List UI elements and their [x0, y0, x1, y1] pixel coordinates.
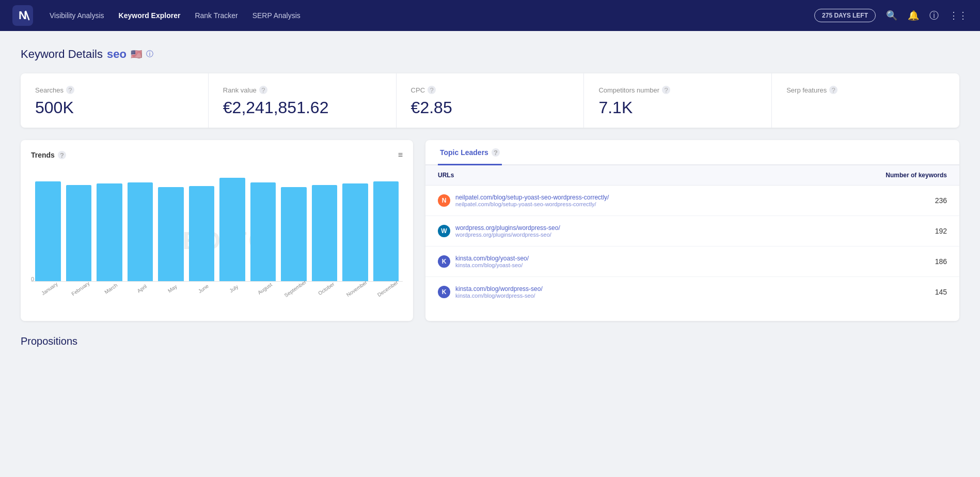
favicon-3: K — [438, 286, 450, 298]
days-left-badge[interactable]: 275 DAYS LEFT — [814, 9, 876, 22]
keyword-count-2: 186 — [796, 247, 959, 277]
stat-serp-features-label: Serp features ? — [786, 86, 945, 94]
url-cell-1: Wwordpress.org/plugins/wordpress-seo/wor… — [425, 216, 796, 247]
help-icon[interactable]: ⓘ — [929, 9, 939, 22]
rank-value-info-icon[interactable]: ? — [259, 86, 267, 94]
stat-competitors: Competitors number ? 7.1K — [584, 73, 772, 128]
stat-serp-features: Serp features ? — [772, 73, 959, 128]
serp-features-info-icon[interactable]: ? — [829, 86, 837, 94]
keyword-count-1: 192 — [796, 216, 959, 247]
chart-labels: JanuaryFebruaryMarchAprilMayJuneJulyAugu… — [31, 282, 403, 292]
chart-area: SEO/TO 0 JanuaryFebruaryMarchAprilMayJun… — [31, 168, 403, 313]
navbar: N Visibility Analysis Keyword Explorer R… — [0, 0, 980, 31]
stat-competitors-value: 7.1K — [598, 98, 757, 117]
bar-col-april — [128, 168, 153, 281]
table-row: Kkinsta.com/blog/wordpress-seo/kinsta.co… — [425, 277, 959, 307]
bar-col-july — [219, 168, 245, 281]
stat-cpc-label: CPC ? — [411, 86, 570, 94]
bar-december — [373, 181, 399, 281]
url-main-3[interactable]: kinsta.com/blog/wordpress-seo/ — [455, 285, 543, 293]
topic-tabs: Topic Leaders ? — [425, 140, 959, 165]
keyword-text: seo — [107, 48, 127, 61]
url-cell-3: Kkinsta.com/blog/wordpress-seo/kinsta.co… — [425, 277, 796, 307]
url-sub-2: kinsta.com/blog/yoast-seo/ — [455, 262, 529, 268]
bar-january — [35, 181, 61, 281]
svg-text:N: N — [19, 9, 27, 22]
nav-rank-tracker[interactable]: Rank Tracker — [195, 11, 238, 20]
url-cell-0: Nneilpatel.com/blog/setup-yoast-seo-word… — [425, 186, 796, 216]
table-row: Kkinsta.com/blog/yoast-seo/kinsta.com/bl… — [425, 247, 959, 277]
nav-visibility-analysis[interactable]: Visibility Analysis — [50, 11, 104, 20]
stat-cpc-value: €2.85 — [411, 98, 570, 117]
bar-august — [250, 182, 276, 281]
stat-searches-value: 500K — [35, 98, 194, 117]
country-flag: 🇺🇸 — [131, 49, 142, 60]
bar-march — [97, 183, 122, 281]
propositions-title: Propositions — [21, 335, 959, 347]
url-sub-1: wordpress.org/plugins/wordpress-seo/ — [455, 232, 560, 238]
tab-topic-leaders[interactable]: Topic Leaders ? — [438, 140, 502, 165]
search-icon[interactable]: 🔍 — [886, 10, 897, 21]
bar-september — [281, 187, 307, 281]
stat-rank-value-value: €2,241,851.62 — [223, 98, 382, 117]
url-main-1[interactable]: wordpress.org/plugins/wordpress-seo/ — [455, 224, 560, 232]
url-sub-3: kinsta.com/blog/wordpress-seo/ — [455, 293, 543, 299]
page-info-icon[interactable]: ⓘ — [146, 50, 153, 59]
stat-rank-value: Rank value ? €2,241,851.62 — [209, 73, 397, 128]
main-content: Keyword Details seo 🇺🇸 ⓘ Searches ? 500K… — [0, 31, 980, 368]
two-col-layout: Trends ? ≡ SEO/TO 0 JanuaryFebruaryMarch… — [21, 140, 959, 321]
bar-july — [219, 178, 245, 281]
stat-cpc: CPC ? €2.85 — [397, 73, 584, 128]
stat-rank-value-label: Rank value ? — [223, 86, 382, 94]
table-row: Nneilpatel.com/blog/setup-yoast-seo-word… — [425, 186, 959, 216]
searches-info-icon[interactable]: ? — [66, 86, 74, 94]
bar-col-september — [281, 168, 307, 281]
topic-leaders-card: Topic Leaders ? URLs Number of keywords … — [425, 140, 959, 321]
logo[interactable]: N — [12, 5, 33, 26]
bar-february — [66, 185, 92, 281]
title-prefix: Keyword Details — [21, 48, 103, 61]
grid-icon[interactable]: ⋮⋮ — [949, 10, 968, 21]
favicon-0: N — [438, 194, 450, 207]
stat-searches: Searches ? 500K — [21, 73, 209, 128]
bar-june — [189, 186, 215, 281]
col-keywords: Number of keywords — [796, 165, 959, 186]
stat-searches-label: Searches ? — [35, 86, 194, 94]
chart-bars — [31, 168, 403, 282]
topic-table-body: Nneilpatel.com/blog/setup-yoast-seo-word… — [425, 186, 959, 307]
trends-card: Trends ? ≡ SEO/TO 0 JanuaryFebruaryMarch… — [21, 140, 413, 321]
bell-icon[interactable]: 🔔 — [908, 10, 919, 21]
trends-title: Trends ? — [31, 151, 66, 159]
stats-row: Searches ? 500K Rank value ? €2,241,851.… — [21, 73, 959, 128]
bar-col-february — [66, 168, 92, 281]
bar-col-november — [342, 168, 368, 281]
cpc-info-icon[interactable]: ? — [428, 86, 436, 94]
chart-menu-icon[interactable]: ≡ — [398, 150, 403, 160]
bar-col-may — [158, 168, 184, 281]
navbar-right: 275 DAYS LEFT 🔍 🔔 ⓘ ⋮⋮ — [814, 9, 968, 22]
url-main-2[interactable]: kinsta.com/blog/yoast-seo/ — [455, 255, 529, 262]
nav-serp-analysis[interactable]: SERP Analysis — [252, 11, 301, 20]
trends-info-icon[interactable]: ? — [58, 151, 66, 159]
topic-leaders-table: URLs Number of keywords Nneilpatel.com/b… — [425, 165, 959, 307]
bar-may — [158, 187, 184, 281]
url-main-0[interactable]: neilpatel.com/blog/setup-yoast-seo-wordp… — [455, 194, 609, 201]
topic-leaders-info-icon[interactable]: ? — [492, 148, 500, 157]
url-cell-2: Kkinsta.com/blog/yoast-seo/kinsta.com/bl… — [425, 247, 796, 277]
table-row: Wwordpress.org/plugins/wordpress-seo/wor… — [425, 216, 959, 247]
bar-november — [342, 183, 368, 281]
bar-october — [312, 185, 338, 281]
col-urls: URLs — [425, 165, 796, 186]
favicon-1: W — [438, 225, 450, 237]
keyword-count-0: 236 — [796, 186, 959, 216]
nav-keyword-explorer[interactable]: Keyword Explorer — [119, 11, 181, 20]
bar-col-august — [250, 168, 276, 281]
bar-april — [128, 182, 153, 281]
bar-col-december — [373, 168, 399, 281]
bar-col-march — [97, 168, 122, 281]
competitors-info-icon[interactable]: ? — [662, 86, 670, 94]
stat-competitors-label: Competitors number ? — [598, 86, 757, 94]
main-nav: Visibility Analysis Keyword Explorer Ran… — [50, 11, 798, 20]
bar-col-january — [35, 168, 61, 281]
trends-card-header: Trends ? ≡ — [31, 150, 403, 160]
